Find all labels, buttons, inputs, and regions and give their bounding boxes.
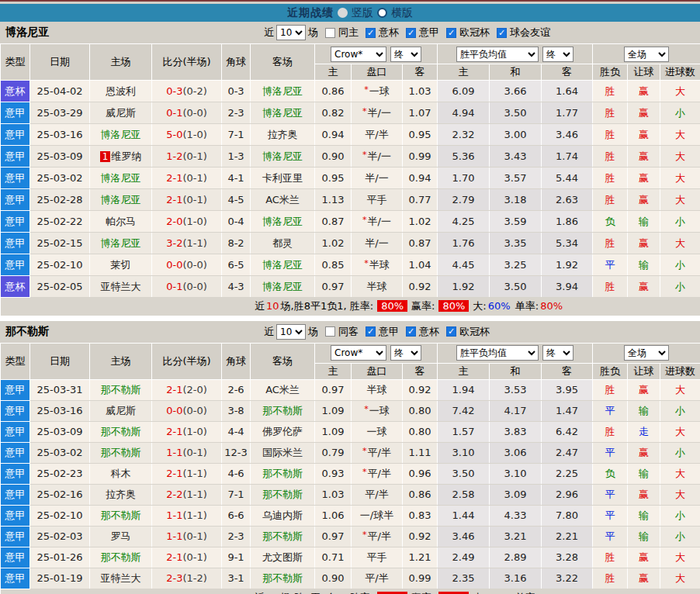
away-team-name: 那不勒斯 bbox=[262, 468, 303, 479]
wdl-final-select[interactable]: 终 bbox=[542, 345, 574, 361]
same-venue-checkbox[interactable] bbox=[325, 28, 335, 38]
fulltime-score: 1-1 bbox=[166, 530, 182, 542]
league-checkbox-friendly[interactable] bbox=[497, 28, 507, 38]
goals-result-cell: 大 bbox=[660, 379, 700, 400]
wdl-source-select[interactable]: 胜平负均值 bbox=[456, 47, 539, 62]
draw-avg-cell: 4.33 bbox=[490, 505, 542, 526]
lose-avg-cell: 5.44 bbox=[542, 167, 593, 189]
fulltime-score: 2-0 bbox=[166, 216, 182, 227]
home-team-name: 帕尔马 bbox=[106, 216, 136, 227]
date-cell: 25-02-10 bbox=[30, 505, 90, 526]
scope-select[interactable]: 全场 bbox=[624, 47, 669, 62]
home-team-cell: 博洛尼亚 bbox=[90, 167, 152, 189]
win-avg-cell: 7.42 bbox=[438, 400, 490, 421]
league-type-cell: 意甲 bbox=[1, 463, 30, 484]
odds-changed-marker: * bbox=[362, 106, 367, 116]
same-venue-checkbox[interactable] bbox=[325, 326, 335, 337]
odds-changed-marker: * bbox=[362, 150, 367, 160]
fulltime-score: 0-0 bbox=[166, 259, 182, 271]
away-team-name: 都灵 bbox=[272, 237, 293, 249]
away-odds-cell: 1.04 bbox=[403, 254, 438, 276]
corner-cell: 7-1 bbox=[222, 124, 251, 146]
score-cell: 0-0(0-0) bbox=[152, 400, 222, 421]
home-team-name: 莱切 bbox=[111, 259, 131, 271]
league-checkbox-coppa[interactable] bbox=[366, 28, 376, 38]
fulltime-score: 5-0 bbox=[166, 129, 182, 140]
result-cell: 平 bbox=[593, 505, 628, 526]
away-odds-cell: 0.94 bbox=[403, 167, 438, 189]
away-team-name: 博洛尼亚 bbox=[262, 259, 303, 271]
halftime-score: (1-1) bbox=[182, 468, 206, 479]
goals-result-cell: 大 bbox=[660, 547, 700, 568]
home-odds-cell: 0.87 bbox=[315, 211, 352, 233]
corner-cell: 7-1 bbox=[222, 484, 251, 505]
wdl-group-header: 胜平负均值 终 bbox=[438, 343, 593, 363]
odds-final-select[interactable]: 终 bbox=[390, 345, 421, 361]
single-rate-label: 单率: bbox=[515, 300, 539, 312]
odds-source-select[interactable]: Crow* bbox=[331, 47, 386, 62]
match-row: 意甲25-03-02那不勒斯1-1(0-1)12-3国际米兰0.79*平/半1.… bbox=[1, 442, 700, 463]
col-header-away-odds: 客 bbox=[403, 363, 438, 379]
handicap-cell: *半/一 bbox=[352, 211, 403, 233]
league-label-ucl: 欧冠杯 bbox=[459, 325, 490, 339]
vertical-view-radio[interactable] bbox=[338, 8, 348, 18]
wdl-source-select[interactable]: 胜平负均值 bbox=[456, 345, 539, 361]
wdl-final-select[interactable]: 终 bbox=[542, 47, 574, 62]
handicap-cell: *平/半 bbox=[352, 526, 403, 547]
odds-source-select[interactable]: Crow* bbox=[331, 345, 386, 361]
col-header-home-odds: 主 bbox=[315, 363, 352, 379]
home-team-cell: 亚特兰大 bbox=[90, 276, 152, 298]
league-checkbox-ucl[interactable] bbox=[446, 326, 456, 337]
date-cell: 25-03-02 bbox=[30, 442, 90, 463]
score-cell: 0-3(0-2) bbox=[152, 81, 222, 102]
col-header-home: 主场 bbox=[90, 343, 152, 379]
league-checkbox-ucl[interactable] bbox=[446, 28, 456, 38]
match-row: 意甲25-01-26那不勒斯2-1(0-1)9-1尤文图斯0.71平手1.212… bbox=[1, 547, 700, 568]
col-header-result: 胜负 bbox=[593, 64, 628, 81]
date-cell: 25-03-31 bbox=[30, 379, 90, 400]
lose-avg-cell: 2.21 bbox=[542, 526, 593, 547]
home-team-name: 那不勒斯 bbox=[101, 447, 141, 458]
away-odds-cell: 0.86 bbox=[403, 484, 438, 505]
scope-select[interactable]: 全场 bbox=[624, 345, 669, 361]
near-label: 近 bbox=[264, 325, 274, 339]
win-avg-cell: 6.09 bbox=[438, 81, 490, 102]
draw-avg-cell: 3.43 bbox=[490, 146, 542, 167]
date-cell: 25-02-10 bbox=[30, 254, 90, 276]
horizontal-view-radio[interactable] bbox=[377, 8, 387, 18]
col-header-away: 客场 bbox=[251, 44, 315, 81]
odds-final-select[interactable]: 终 bbox=[390, 47, 421, 62]
match-row: 意甲25-03-29威尼斯0-1(0-0)2-3博洛尼亚0.82*半/一1.07… bbox=[1, 102, 700, 124]
fulltime-score: 2-1 bbox=[166, 551, 182, 563]
handicap-result-cell: 输 bbox=[628, 211, 660, 233]
result-cell: 平 bbox=[593, 442, 628, 463]
handicap-result-cell: 赢 bbox=[628, 379, 660, 400]
home-team-name: 亚特兰大 bbox=[101, 572, 141, 584]
draw-avg-cell: 3.50 bbox=[490, 102, 542, 124]
match-count-select[interactable]: 10 bbox=[276, 25, 306, 40]
handicap-cell: 平手 bbox=[352, 547, 403, 568]
league-checkbox-coppa[interactable] bbox=[406, 326, 416, 337]
match-count-select[interactable]: 10 bbox=[276, 324, 306, 340]
col-header-away: 客场 bbox=[251, 343, 315, 379]
match-row: 意甲25-02-15博洛尼亚3-2(1-1)8-2都灵1.02半/一0.871.… bbox=[1, 233, 700, 254]
win-avg-cell: 3.46 bbox=[438, 526, 490, 547]
date-cell: 25-03-09 bbox=[30, 421, 90, 442]
result-cell: 平 bbox=[593, 484, 628, 505]
home-odds-cell: 0.97 bbox=[315, 276, 352, 298]
date-cell: 25-03-16 bbox=[30, 400, 90, 421]
league-checkbox-seriea[interactable] bbox=[366, 326, 376, 337]
away-team-cell: 那不勒斯 bbox=[251, 484, 315, 505]
lose-avg-cell: 2.25 bbox=[542, 463, 593, 484]
away-team-name: 博洛尼亚 bbox=[262, 216, 303, 227]
league-checkbox-seriea[interactable] bbox=[406, 28, 416, 38]
lose-avg-cell: 1.77 bbox=[542, 102, 593, 124]
date-cell: 25-03-02 bbox=[30, 167, 90, 189]
goals-result-cell: 大 bbox=[660, 484, 700, 505]
home-odds-cell: 0.85 bbox=[315, 254, 352, 276]
lose-avg-cell: 7.80 bbox=[542, 505, 593, 526]
goals-result-cell: 小 bbox=[660, 254, 700, 276]
halftime-score: (0-1) bbox=[182, 172, 206, 184]
odds-changed-marker: * bbox=[362, 215, 367, 225]
home-odds-cell: 0.79 bbox=[315, 442, 352, 463]
